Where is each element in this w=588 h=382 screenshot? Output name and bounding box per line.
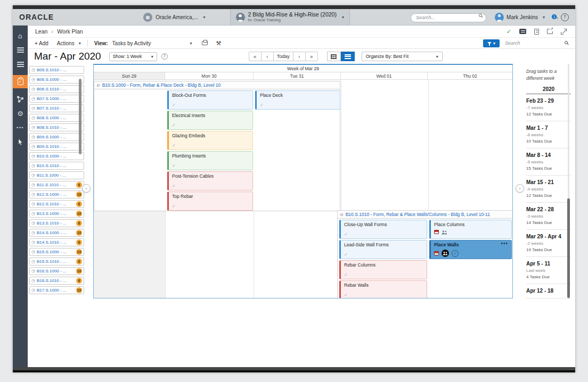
week-entry[interactable]: Apr 12 - 18 [526, 284, 571, 298]
crew-icon[interactable] [442, 227, 447, 237]
task-list-item[interactable]: ◷B12.S.1010 - ...6 [29, 200, 84, 208]
task-card[interactable]: Lead-Side Wall Forms✓ [339, 240, 427, 259]
task-list-item[interactable]: ◷B13.S.1010 - ...6 [29, 219, 84, 227]
task-list-item[interactable]: ◷B12.S.1000 - ...10 [29, 190, 84, 198]
week-pager: « ‹ Today › » [249, 52, 318, 61]
actions-menu-button[interactable]: Actions ▾ [57, 40, 81, 46]
task-list-item[interactable]: ◷B08.S.1010 - ... [29, 123, 84, 131]
task-card[interactable]: Electrical Inserts✓ [167, 111, 253, 130]
task-card[interactable]: Top Rebar✓ [167, 192, 253, 211]
filter-button[interactable]: ▾ [483, 39, 500, 47]
help-button[interactable]: ? [561, 13, 569, 21]
task-count-badge: 10 [76, 287, 82, 293]
week-panel-scrollbar[interactable] [567, 198, 570, 298]
next-week-button[interactable]: › [293, 52, 306, 61]
view-label: View: [94, 40, 108, 46]
activity-lane-header[interactable]: ⊖ B10.S.1000 - Form, Rebar & Place Deck … [94, 81, 340, 89]
task-card[interactable]: Place Deck✓ [255, 90, 340, 110]
task-list-item[interactable]: ◷B15.S.1010 - ...6 [29, 258, 84, 265]
task-list-item[interactable]: ◷B10.S.1000 - ... [29, 152, 84, 160]
export-icon[interactable]: ↗ [547, 29, 553, 34]
complete-check-icon[interactable]: ✓ [452, 250, 459, 257]
week-entry[interactable]: Apr 5 - 11Last week4 Tasks Due [526, 257, 571, 284]
app-window: ORACLE ▦ Oracle America,... ▾ 2 Bldg Mid… [13, 5, 575, 372]
constraint-icon[interactable] [434, 251, 439, 255]
task-card[interactable]: Plumbing Inserts✓ [167, 151, 253, 170]
week-entry[interactable]: Mar 29 - Apr 4-2 weeks19 Tasks Due [526, 230, 571, 257]
network-icon[interactable] [17, 95, 24, 103]
first-week-button[interactable]: « [249, 52, 262, 61]
period-title: Mar - Apr 2020 [34, 51, 101, 62]
approve-check-icon[interactable]: ✓ [507, 28, 511, 35]
swimlane-toggle-active[interactable] [341, 52, 355, 61]
user-menu[interactable]: Mark Jenkins ▾ [495, 13, 545, 22]
task-list-item[interactable]: ◷B11.S.1010 - ...6 [29, 181, 84, 189]
task-list-item[interactable]: ◷B17.S.1000 - ...10 [29, 286, 84, 294]
task-list-item[interactable]: ◷B07.S.1010 - ... [29, 104, 84, 112]
day-column-wed: Close-Up Wall Forms✓ Lead-Side Wall Form… [339, 219, 427, 298]
organize-by-select[interactable]: Organize By: Best Fit ▾ [362, 52, 443, 61]
chevron-down-icon: ▾ [543, 15, 545, 20]
task-card[interactable]: Rebar Columns✓ [339, 260, 427, 279]
print-icon[interactable] [202, 41, 208, 45]
org-selector[interactable]: ▦ Oracle America,... ▾ [138, 9, 210, 25]
task-card-selected[interactable]: Place Walls ••• ✓ [429, 240, 512, 259]
week-entry[interactable]: Mar 22 - 28-3 weeks14 Tasks Due [526, 203, 571, 230]
week-entry[interactable]: Feb 23 - 29-7 weeks12 Tasks Due [526, 94, 571, 121]
task-card[interactable]: Block-Out Forms✓ [167, 90, 253, 110]
task-list-item[interactable]: ◷B06.S.1000 - ... [29, 76, 84, 84]
task-card[interactable]: Place Columns [429, 220, 512, 239]
task-card[interactable]: Post-Tension Cables✓ [167, 171, 253, 190]
gear-icon[interactable]: ⚙ [17, 110, 23, 117]
activity-lane-header[interactable]: ⊖ B10.S.1010 - Form, Rebar & Place Walls… [338, 211, 512, 219]
project-selector[interactable]: 2 Bldg Mid-Rise & High-Rise (2020) In: O… [230, 9, 350, 25]
previous-week-button[interactable]: ‹ [261, 52, 274, 61]
task-card[interactable]: Rebar Walls✓ [339, 280, 427, 298]
done-check-icon: ✓ [344, 293, 423, 297]
task-list-item[interactable]: ◷B13.S.1000 - ...10 [29, 210, 84, 218]
task-list-item[interactable]: ◷B14.S.1010 - ...6 [29, 238, 84, 246]
task-list-item[interactable]: ◷B07.S.1000 - ... [29, 95, 84, 103]
view-select[interactable]: Tasks by Activity ▾ [112, 40, 192, 46]
plans-icon[interactable] [17, 61, 24, 68]
task-list-item[interactable]: ◷B14.S.1000 - ...10 [29, 229, 84, 237]
task-list-item[interactable]: ◷B06.S.1010 - ... [29, 85, 84, 93]
collapse-left-panel-button[interactable]: ‹ [82, 184, 91, 193]
add-button[interactable]: + Add [35, 40, 48, 46]
today-button[interactable]: Today [273, 52, 293, 61]
task-list-item[interactable]: ◷B05.S.1010 - ... [29, 66, 84, 74]
week-entry[interactable]: Mar 1 - 7-6 weeks10 Tasks Due [526, 121, 571, 148]
week-entry[interactable]: Mar 8 - 14-5 weeks15 Tasks Due [526, 148, 571, 176]
task-list-scrollbar[interactable] [79, 79, 81, 154]
calendar-grid-toggle[interactable] [327, 52, 341, 61]
week-entry[interactable]: Mar 15 - 21-4 weeks12 Tasks Due [526, 176, 571, 203]
info-help-icon[interactable]: ? [161, 53, 168, 60]
document-icon[interactable] [534, 29, 539, 35]
home-icon[interactable]: ⌂ [18, 32, 22, 39]
list-icon[interactable] [17, 46, 24, 54]
workplan-active-item[interactable]: ✓ [13, 75, 28, 88]
customize-tools-icon[interactable]: ⚒ [216, 40, 222, 47]
task-list-item[interactable]: ◷B11.S.1000 - ... [29, 171, 84, 179]
collapse-right-panel-button[interactable]: › [516, 184, 524, 193]
fullscreen-icon[interactable] [561, 29, 567, 35]
board-view-icon[interactable] [519, 29, 526, 34]
task-list-item[interactable]: ◷B16.S.1010 - ...6 [29, 277, 84, 285]
task-list-item[interactable]: ◷B09.S.1000 - ... [29, 133, 84, 141]
task-list-item[interactable]: ◷B16.S.1000 - ...10 [29, 267, 84, 275]
toolbar-search-input[interactable] [504, 40, 568, 46]
show-range-select[interactable]: Show: 1 Week ▾ [109, 52, 157, 61]
task-card[interactable]: Glazing Embeds✓ [167, 131, 253, 150]
task-card[interactable]: Close-Up Wall Forms✓ [339, 220, 427, 239]
constraint-icon[interactable] [434, 230, 439, 234]
breadcrumb-section[interactable]: Lean [35, 28, 47, 35]
global-search-input[interactable] [411, 13, 486, 22]
task-list-item[interactable]: ◷B08.S.1000 - ... [29, 114, 84, 122]
more-icon[interactable]: ••• [17, 124, 24, 131]
task-list-item[interactable]: ◷B15.S.1000 - ...10 [29, 248, 84, 256]
task-list-item[interactable]: ◷B10.S.1010 - ... [29, 162, 84, 170]
crew-badge-icon[interactable] [442, 250, 449, 257]
task-list-item[interactable]: ◷B09.S.1010 - ... [29, 143, 84, 151]
last-week-button[interactable]: » [305, 52, 318, 61]
card-menu-icon[interactable]: ••• [501, 242, 508, 245]
